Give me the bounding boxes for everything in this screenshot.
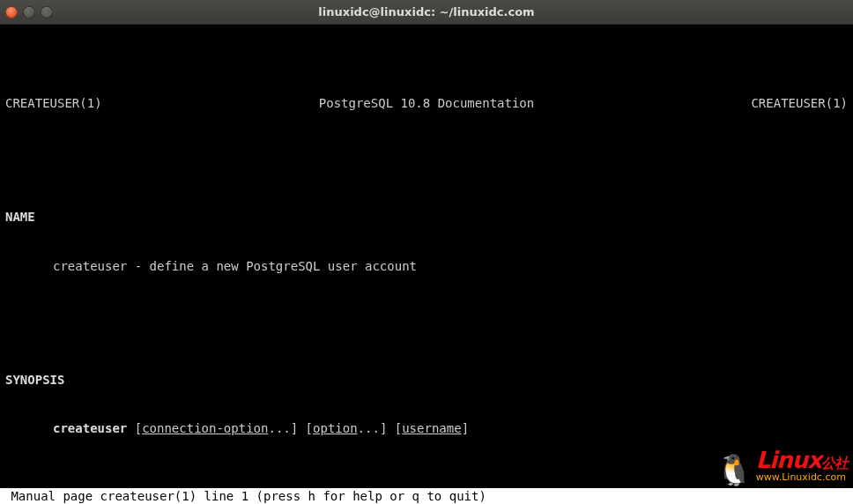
maximize-icon[interactable] (41, 6, 53, 19)
window-title: linuxidc@linuxidc: ~/linuxidc.com (0, 5, 853, 19)
synopsis-cmd: createuser (53, 421, 127, 435)
section-synopsis: SYNOPSIS (5, 372, 848, 388)
window-titlebar: linuxidc@linuxidc: ~/linuxidc.com (0, 0, 853, 25)
synopsis-option: connection-option (142, 421, 268, 435)
minimize-icon[interactable] (23, 6, 35, 19)
section-name: NAME (5, 209, 848, 225)
synopsis-arg: username (402, 421, 461, 435)
man-header-left: CREATEUSER(1) (5, 95, 102, 111)
synopsis-option: option (313, 421, 358, 435)
man-header-right: CREATEUSER(1) (751, 95, 848, 111)
man-statusbar: Manual page createuser(1) line 1 (press … (0, 488, 853, 504)
close-icon[interactable] (5, 6, 18, 19)
window-controls (5, 6, 53, 19)
terminal[interactable]: CREATEUSER(1) PostgreSQL 10.8 Documentat… (0, 25, 853, 504)
synopsis-line: createuser [connection-option...] [optio… (5, 420, 848, 436)
man-page-content: CREATEUSER(1) PostgreSQL 10.8 Documentat… (5, 63, 848, 504)
name-body: createuser - define a new PostgreSQL use… (5, 258, 848, 274)
man-header-center: PostgreSQL 10.8 Documentation (319, 95, 534, 111)
